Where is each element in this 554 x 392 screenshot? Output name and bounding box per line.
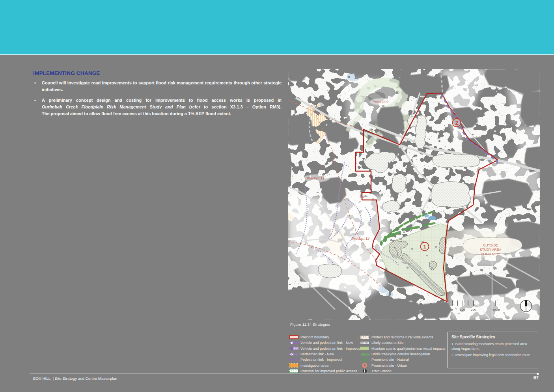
svg-text:0: 0: [451, 308, 453, 312]
svg-text:100: 100: [460, 308, 465, 312]
svg-text:Precinct 12: Precinct 12: [307, 176, 325, 180]
svg-text:200: 200: [471, 308, 476, 312]
svg-text:Precinct 9: Precinct 9: [373, 100, 388, 104]
svg-text:OUTSIDE: OUTSIDE: [483, 243, 498, 247]
svg-text:400m: 400m: [492, 308, 500, 312]
svg-text:BOUNDARY: BOUNDARY: [481, 252, 500, 256]
svg-text:Precinct 11: Precinct 11: [352, 237, 369, 241]
svg-text:STUDY AREA: STUDY AREA: [480, 248, 502, 252]
svg-text:2: 2: [455, 120, 458, 126]
svg-text:1: 1: [423, 244, 426, 250]
